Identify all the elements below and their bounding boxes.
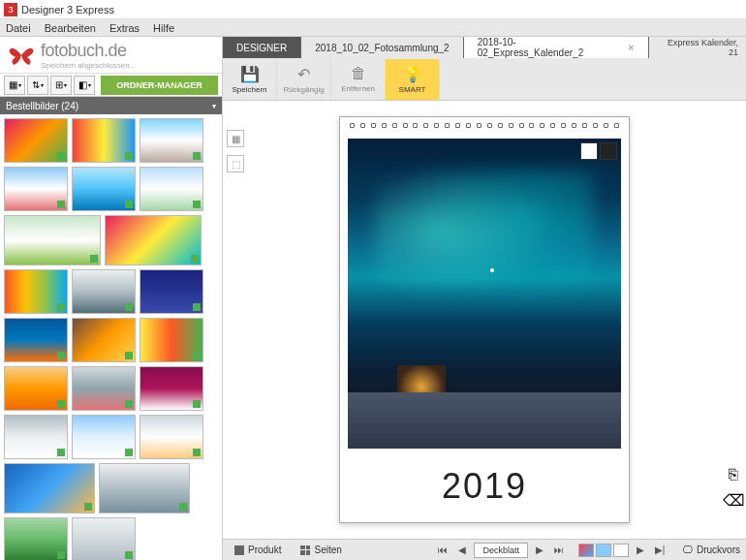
thumbnail[interactable] bbox=[4, 415, 68, 459]
first-page-icon[interactable]: ⏮ bbox=[435, 543, 451, 558]
thumbnail[interactable] bbox=[4, 167, 68, 211]
undo-button[interactable]: ↶ Rückgängig bbox=[277, 59, 331, 100]
used-badge-icon bbox=[84, 503, 92, 511]
right-tools: ⎘ ⌫ bbox=[721, 101, 746, 539]
thumbnail[interactable] bbox=[72, 366, 136, 411]
used-badge-icon bbox=[125, 449, 133, 456]
thumbnail[interactable] bbox=[4, 215, 101, 265]
thumbnail[interactable] bbox=[105, 215, 202, 265]
app-icon: 3 bbox=[4, 3, 17, 16]
sort-button[interactable]: ⇅▾ bbox=[27, 76, 48, 95]
seiten-label: Seiten bbox=[314, 544, 341, 555]
menu-extras[interactable]: Extras bbox=[109, 22, 140, 34]
used-badge-icon bbox=[193, 352, 201, 359]
thumbnail[interactable] bbox=[72, 517, 136, 560]
view-toggles bbox=[578, 544, 629, 557]
used-badge-icon bbox=[179, 503, 187, 511]
used-badge-icon bbox=[90, 255, 98, 263]
butterfly-icon bbox=[8, 44, 35, 67]
play-icon[interactable]: ▶ bbox=[633, 543, 648, 558]
menu-edit[interactable]: Bearbeiten bbox=[45, 22, 96, 34]
used-badge-icon bbox=[125, 400, 133, 408]
thumbnail[interactable] bbox=[140, 415, 203, 459]
used-badge-icon bbox=[57, 400, 65, 408]
thumbnail[interactable] bbox=[4, 318, 68, 362]
used-badge-icon bbox=[57, 551, 65, 559]
window-title: Designer 3 Express bbox=[21, 4, 114, 16]
thumbnail[interactable] bbox=[99, 463, 190, 513]
qr-codes bbox=[580, 142, 617, 160]
square-icon bbox=[234, 545, 244, 555]
folder-manager-button[interactable]: ORDNER-MANAGER bbox=[101, 76, 218, 95]
print-label: Druckvors bbox=[697, 544, 740, 555]
calendar-page[interactable]: 2019 bbox=[339, 116, 630, 523]
delete-icon[interactable]: ⌫ bbox=[723, 491, 745, 510]
remove-button[interactable]: 🗑 Entfernen bbox=[331, 59, 386, 100]
produkt-button[interactable]: Produkt bbox=[229, 543, 287, 557]
thumbnail-scroll[interactable] bbox=[0, 114, 222, 560]
thumbnail[interactable] bbox=[140, 167, 203, 211]
undo-label: Rückgängig bbox=[283, 85, 324, 94]
year-text[interactable]: 2019 bbox=[348, 466, 621, 507]
tab-designer[interactable]: DESIGNER bbox=[223, 37, 301, 58]
tab-label: 2018-10-02_Express_Kalender_2 bbox=[478, 37, 620, 58]
used-badge-icon bbox=[125, 152, 133, 160]
play-end-icon[interactable]: ▶| bbox=[652, 543, 668, 558]
status-text: Speichern abgeschlossen... bbox=[41, 61, 136, 70]
sidebar: fotobuch.de Speichern abgeschlossen... ▦… bbox=[0, 37, 223, 560]
view-color-icon[interactable] bbox=[578, 544, 594, 557]
cabin-light-graphic bbox=[397, 365, 446, 392]
used-badge-icon bbox=[57, 352, 65, 359]
aurora-graphic bbox=[375, 170, 594, 325]
thumbnail[interactable] bbox=[72, 118, 136, 163]
frame-button[interactable]: ◧▾ bbox=[74, 76, 95, 95]
thumbnail-grid bbox=[4, 118, 218, 560]
save-button[interactable]: 💾 Speichern bbox=[223, 59, 277, 100]
thumbnail[interactable] bbox=[72, 415, 136, 459]
thumbnail[interactable] bbox=[72, 167, 136, 211]
seiten-button[interactable]: Seiten bbox=[295, 543, 347, 557]
thumbnail[interactable] bbox=[140, 318, 203, 362]
menu-file[interactable]: Datei bbox=[6, 22, 31, 34]
thumbnail[interactable] bbox=[4, 463, 95, 513]
image-tool-icon[interactable]: ▦ bbox=[227, 130, 244, 147]
grid-view-button[interactable]: ▦▾ bbox=[4, 76, 25, 95]
prev-page-icon[interactable]: ◀ bbox=[454, 543, 470, 558]
view-white-icon[interactable] bbox=[613, 544, 629, 557]
close-icon[interactable]: × bbox=[628, 42, 634, 53]
thumbnail[interactable] bbox=[4, 118, 68, 163]
next-page-icon[interactable]: ▶ bbox=[532, 543, 547, 558]
thumbnail[interactable] bbox=[140, 269, 203, 314]
thumbnail[interactable] bbox=[72, 318, 136, 362]
thumbnail[interactable] bbox=[4, 366, 68, 411]
used-badge-icon bbox=[193, 201, 201, 208]
tab-kalender[interactable]: 2018-10-02_Express_Kalender_2 × bbox=[464, 37, 649, 58]
remove-label: Entfernen bbox=[341, 84, 375, 93]
thumbnail[interactable] bbox=[4, 517, 68, 560]
undo-icon: ↶ bbox=[297, 65, 310, 83]
smart-button[interactable]: 💡 SMART bbox=[386, 59, 440, 100]
crop-tool-icon[interactable]: ⬚ bbox=[227, 155, 244, 172]
menu-help[interactable]: Hilfe bbox=[153, 22, 174, 34]
product-info: Express Kalender, 21 DIN A4 Hoch, fomant bbox=[649, 37, 746, 58]
copy-icon[interactable]: ⎘ bbox=[729, 466, 738, 483]
menubar: Datei Bearbeiten Extras Hilfe bbox=[0, 19, 746, 37]
page-holder: 2019 bbox=[248, 101, 721, 539]
print-preview-button[interactable]: 🖵 Druckvors bbox=[683, 544, 740, 555]
section-header[interactable]: Bestellbilder (24) ▾ bbox=[0, 97, 222, 114]
thumbnail[interactable] bbox=[4, 269, 68, 314]
used-badge-icon bbox=[125, 352, 133, 359]
cover-photo[interactable] bbox=[348, 139, 621, 449]
smart-label: SMART bbox=[399, 85, 426, 94]
used-badge-icon bbox=[193, 152, 201, 160]
thumbnail[interactable] bbox=[140, 118, 203, 163]
view-blue-icon[interactable] bbox=[596, 544, 611, 557]
thumbnail[interactable] bbox=[140, 366, 203, 411]
layout-button[interactable]: ⊞▾ bbox=[50, 76, 72, 95]
used-badge-icon bbox=[125, 551, 133, 559]
trash-icon: 🗑 bbox=[351, 65, 366, 82]
last-page-icon[interactable]: ⏭ bbox=[551, 543, 567, 558]
deckblatt-indicator[interactable]: Deckblatt bbox=[474, 543, 528, 558]
thumbnail[interactable] bbox=[72, 269, 136, 314]
tab-fotosammlung[interactable]: 2018_10_02_Fotosammlung_2 bbox=[301, 37, 463, 58]
